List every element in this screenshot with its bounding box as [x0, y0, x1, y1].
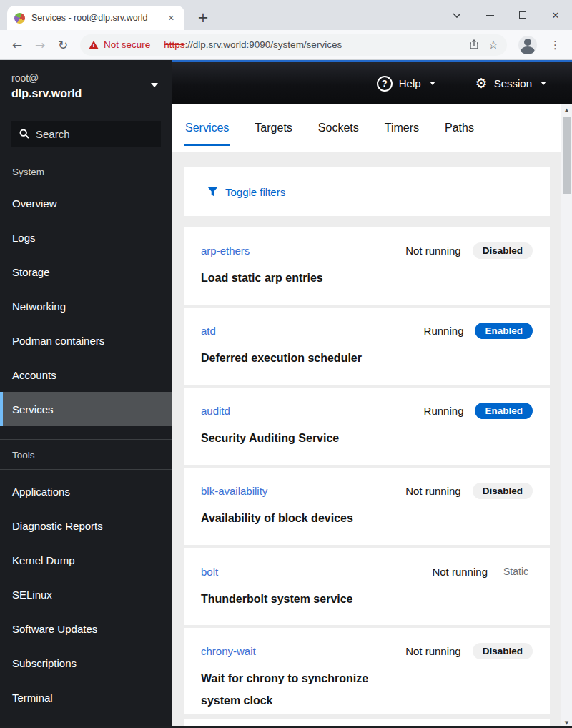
host-selector[interactable]: root@ dlp.srv.world	[0, 60, 172, 102]
omnibox-separator	[157, 39, 157, 51]
service-row-arp-ethers: arp-ethers Not running Disabled Load sta…	[184, 227, 550, 305]
unit-type-tabs: Services Targets Sockets Timers Paths	[172, 104, 561, 152]
browser-tab[interactable]: Services - root@dlp.srv.world ✕	[7, 6, 184, 30]
sidebar-item-logs[interactable]: Logs	[0, 220, 172, 255]
url-scheme-struck: https	[164, 39, 184, 50]
scroll-up-arrow-icon[interactable]: ▲	[561, 104, 572, 115]
service-description: Availability of block devices	[201, 507, 394, 529]
service-autostart-badge: Enabled	[475, 403, 533, 419]
url-text[interactable]: https://dlp.srv.world:9090/system/servic…	[164, 39, 460, 50]
service-description: Thunderbolt system service	[201, 588, 394, 610]
service-name-link[interactable]: atd	[201, 325, 216, 337]
window-minimize-button[interactable]	[473, 0, 506, 30]
tab-services[interactable]: Services	[184, 104, 230, 152]
help-label: Help	[399, 77, 421, 89]
service-row-auditd: auditd Running Enabled Security Auditing…	[184, 388, 550, 465]
sidebar-divider	[0, 469, 172, 470]
window-close-button[interactable]: ✕	[539, 0, 572, 30]
url-rest: ://dlp.srv.world:9090/system/services	[185, 39, 342, 50]
help-menu-button[interactable]: ? Help	[377, 76, 435, 92]
tools-nav-list: Applications Diagnostic Reports Kernel D…	[0, 474, 172, 714]
sidebar: root@ dlp.srv.world System Overview Logs…	[0, 60, 172, 728]
sidebar-item-kernel-dump[interactable]: Kernel Dump	[0, 543, 172, 577]
tab-close-icon[interactable]: ✕	[165, 12, 177, 24]
not-secure-warning-icon: !	[89, 41, 99, 49]
sidebar-item-software-updates[interactable]: Software Updates	[0, 611, 172, 646]
service-autostart-badge: Disabled	[473, 483, 533, 499]
service-state: Running	[424, 405, 464, 417]
reload-button[interactable]: ↻	[51, 34, 74, 56]
back-button[interactable]: ←	[6, 34, 29, 56]
search-icon	[19, 129, 29, 139]
service-row-atd: atd Running Enabled Deferred execution s…	[184, 308, 550, 385]
service-description: Security Auditing Service	[201, 427, 394, 449]
chevron-down-icon	[541, 82, 546, 85]
share-icon[interactable]	[469, 39, 480, 50]
host-name: dlp.srv.world	[11, 85, 161, 102]
service-name-link[interactable]: blk-availability	[201, 485, 267, 497]
service-state: Not running	[432, 566, 488, 578]
filter-funnel-icon	[207, 187, 218, 197]
gear-icon: ⚙	[475, 77, 488, 90]
host-caret-icon	[151, 83, 158, 87]
service-autostart-static: Static	[499, 563, 533, 580]
sidebar-item-accounts[interactable]: Accounts	[0, 358, 172, 392]
sidebar-item-selinux[interactable]: SELinux	[0, 577, 172, 611]
services-page: Toggle filters arp-ethers Not running Di…	[172, 152, 561, 728]
search-input[interactable]	[36, 128, 136, 140]
tab-search-chevron-icon[interactable]	[440, 0, 473, 30]
window-maximize-button[interactable]	[506, 0, 539, 30]
filter-card: Toggle filters	[184, 167, 550, 216]
service-state: Not running	[405, 485, 461, 497]
sidebar-item-diagnostic-reports[interactable]: Diagnostic Reports	[0, 508, 172, 543]
service-autostart-badge: Enabled	[475, 323, 533, 339]
toggle-filters-button[interactable]: Toggle filters	[225, 186, 285, 198]
browser-profile-avatar[interactable]	[518, 36, 537, 54]
service-row-bolt: bolt Not running Static Thunderbolt syst…	[184, 548, 550, 625]
sidebar-item-applications[interactable]: Applications	[0, 474, 172, 508]
service-name-link[interactable]: bolt	[201, 566, 218, 578]
service-name-link[interactable]: arp-ethers	[201, 245, 250, 257]
service-row-blk-availability: blk-availability Not running Disabled Av…	[184, 468, 550, 545]
service-name-link[interactable]: auditd	[201, 405, 230, 417]
sidebar-item-overview[interactable]: Overview	[0, 186, 172, 220]
window-controls: ✕	[440, 0, 572, 30]
sidebar-divider	[0, 439, 172, 440]
main-content: Services Targets Sockets Timers Paths To…	[172, 104, 561, 728]
vertical-scrollbar[interactable]: ▲ ▼	[561, 104, 572, 728]
tab-timers[interactable]: Timers	[383, 104, 420, 152]
bookmark-star-icon[interactable]: ☆	[488, 38, 498, 51]
service-row-chrony-wait: chrony-wait Not running Disabled Wait fo…	[184, 628, 550, 714]
service-state: Not running	[405, 245, 461, 257]
sidebar-item-subscriptions[interactable]: Subscriptions	[0, 646, 172, 680]
service-state: Running	[424, 325, 464, 337]
chevron-down-icon	[430, 82, 435, 85]
address-bar[interactable]: ! Not secure https://dlp.srv.world:9090/…	[80, 34, 507, 56]
tab-sockets[interactable]: Sockets	[317, 104, 360, 152]
service-description: Load static arp entries	[201, 267, 394, 289]
tab-targets[interactable]: Targets	[253, 104, 293, 152]
scrollbar-thumb[interactable]	[563, 117, 571, 194]
sidebar-item-podman-containers[interactable]: Podman containers	[0, 323, 172, 358]
sidebar-search[interactable]	[11, 121, 161, 147]
not-secure-label[interactable]: Not secure	[104, 39, 150, 50]
session-label: Session	[494, 77, 532, 89]
masthead: ? Help ⚙ Session	[172, 60, 572, 104]
section-label-tools: Tools	[12, 450, 172, 461]
session-menu-button[interactable]: ⚙ Session	[475, 77, 546, 90]
sidebar-item-services[interactable]: Services	[0, 392, 172, 426]
sidebar-item-storage[interactable]: Storage	[0, 255, 172, 289]
sidebar-item-networking[interactable]: Networking	[0, 289, 172, 323]
browser-menu-icon[interactable]: ⋮	[544, 39, 566, 51]
service-description: Deferred execution scheduler	[201, 347, 394, 369]
host-user: root@	[11, 72, 161, 85]
new-tab-button[interactable]: +	[193, 7, 213, 27]
forward-button[interactable]: →	[29, 34, 51, 56]
sidebar-item-terminal[interactable]: Terminal	[0, 680, 172, 714]
tab-paths[interactable]: Paths	[443, 104, 475, 152]
service-name-link[interactable]: chrony-wait	[201, 645, 256, 657]
service-autostart-badge: Disabled	[473, 643, 533, 659]
help-question-icon: ?	[377, 76, 393, 92]
cockpit-favicon-icon	[14, 13, 25, 24]
service-description: Wait for chrony to synchronize system cl…	[201, 667, 394, 712]
